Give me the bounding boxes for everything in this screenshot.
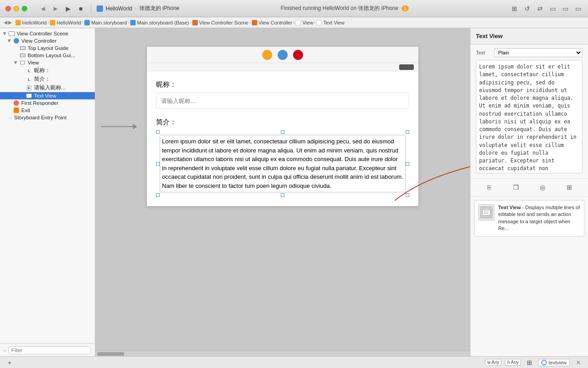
rp-icon-circle[interactable]: ◎	[538, 182, 548, 192]
responder-icon	[14, 100, 19, 106]
phone-toolbar	[147, 47, 418, 63]
scrollbar-thumb[interactable]	[97, 352, 124, 356]
sidebar-item-exit[interactable]: Exit	[0, 107, 95, 114]
rp-header: Text View	[470, 28, 588, 44]
layout1-icon[interactable]: ▭	[548, 4, 557, 13]
rp-title: Text View	[476, 33, 503, 39]
play-icon[interactable]: ▶	[64, 4, 73, 13]
entry-arrow	[101, 124, 137, 129]
bc-mainstoryboard-base[interactable]: Main.storyboard (Base)	[130, 20, 189, 25]
breadcrumb: ◀ ▶ HelloWorld › HelloWorld › Main.story…	[0, 17, 588, 28]
layout3-icon[interactable]: ▭	[573, 4, 583, 13]
warning-badge: 1	[402, 5, 409, 11]
handle-ml-wrapper	[156, 135, 160, 192]
sidebar-item-textview[interactable]: Text View	[0, 92, 95, 99]
status-bar-left: +	[5, 358, 15, 368]
link-icon[interactable]: ⇄	[535, 4, 544, 13]
sidebar-item-entry-point[interactable]: → Storyboard Entry Point	[0, 114, 95, 121]
canvas-scrollbar-h[interactable]	[95, 351, 470, 356]
handles-top	[156, 130, 409, 134]
handle-tl[interactable]	[156, 130, 160, 134]
desc-title: Text View	[498, 205, 521, 210]
handle-tr[interactable]	[406, 130, 409, 134]
size-any-w[interactable]: w Any	[485, 359, 501, 366]
handle-ml[interactable]	[156, 162, 160, 166]
rp-icon-grid[interactable]: ⊞	[564, 182, 574, 192]
view-icon	[20, 61, 25, 64]
sidebar-item-vc-scene[interactable]: ▶ View Controller Scene	[0, 30, 95, 37]
desc-text: Text View - Displays multiple lines of e…	[498, 204, 580, 232]
bc-textview[interactable]: Text View	[316, 20, 344, 25]
sidebar-item-vc[interactable]: ▶ View Controller	[0, 37, 95, 44]
status-textview-label[interactable]: textview	[538, 359, 570, 366]
arrow-vc-scene: ▶	[3, 30, 7, 37]
status-close-icon[interactable]: ✕	[573, 358, 583, 368]
sidebar-item-top-layout[interactable]: Top Layout Guide	[0, 44, 95, 52]
scene-icon	[9, 31, 15, 36]
close-button[interactable]	[5, 6, 11, 11]
intro-label: 简介：	[156, 118, 409, 127]
minimize-button[interactable]	[14, 6, 19, 11]
sidebar-item-first-responder[interactable]: First Responder	[0, 99, 95, 107]
bc-storyboard2-icon	[130, 20, 136, 25]
canvas-area: 昵称： 简介：	[95, 28, 470, 356]
traffic-lights	[5, 6, 27, 11]
status-bar-right: w Any h Any ⊞ textview ✕	[485, 358, 583, 368]
rp-text-select[interactable]: Plain	[494, 48, 583, 57]
bc-vc-scene[interactable]: View Controller Scene	[192, 20, 249, 25]
rp-text-row: Text Plain	[476, 48, 583, 57]
bc-vc[interactable]: View Controller	[252, 20, 292, 25]
bc-mainstoryboard[interactable]: Main.storyboard	[84, 20, 127, 25]
nickname-label: 昵称：	[156, 80, 409, 89]
bc-helloworld1[interactable]: HelloWorld	[15, 20, 47, 25]
handles-bottom	[156, 193, 409, 197]
status-grid-icon[interactable]: ⊞	[524, 358, 534, 368]
titlebar-right: ⊞ ↺ ⇄ ▭ ▭ ▭	[510, 4, 583, 13]
project-name: HelloWorld	[106, 5, 132, 12]
main-area: ▶ View Controller Scene ▶ View Controlle…	[0, 28, 588, 356]
handle-br[interactable]	[406, 193, 409, 197]
bc-nav-right[interactable]: ▶	[8, 20, 12, 25]
rp-scrollable: Text Plain Lorem ipsum dolor sit er elit…	[470, 44, 588, 356]
handle-mr[interactable]	[406, 162, 409, 166]
app-icon	[97, 5, 103, 12]
sidebar-item-nickname[interactable]: L 昵称：	[0, 66, 95, 75]
bc-storyboard-icon	[84, 20, 90, 25]
bc-nav-left[interactable]: ◀	[4, 20, 7, 25]
bc-helloworld2[interactable]: HelloWorld	[50, 20, 81, 25]
toolbar-blue-dot	[278, 50, 288, 60]
vc-icon	[14, 38, 19, 44]
sidebar-item-bottom-layout[interactable]: Bottom Layout Gui...	[0, 52, 95, 59]
size-any-h[interactable]: h Any	[505, 359, 521, 366]
rp-text-select-wrapper[interactable]: Plain	[494, 48, 583, 57]
rp-text-content[interactable]: Lorem ipsum dolor sit er elit lamet, con…	[476, 60, 583, 173]
back-icon[interactable]: ◀	[38, 4, 47, 13]
battery-icon	[399, 64, 414, 70]
rp-icon-doc[interactable]: ⎘	[484, 182, 494, 192]
textview-content[interactable]: Lorem ipsum dolor sit er elit lamet, con…	[160, 135, 406, 192]
nickname-input[interactable]	[156, 93, 409, 109]
status-add-icon[interactable]: +	[5, 358, 15, 368]
sidebar-item-view[interactable]: ▶ View	[0, 59, 95, 66]
sidebar-tree: ▶ View Controller Scene ▶ View Controlle…	[0, 28, 95, 343]
handle-bm[interactable]	[281, 193, 284, 197]
rp-icon-row: ⎘ ❐ ◎ ⊞	[470, 179, 588, 196]
chevron-icon: ›	[135, 6, 136, 11]
forward-icon[interactable]: ▶	[51, 4, 60, 13]
bc-view[interactable]: View	[295, 20, 313, 25]
canvas-scroll[interactable]: 昵称： 简介：	[95, 28, 470, 351]
rp-icon-copy[interactable]: ❐	[511, 182, 521, 192]
textfield-icon: F	[27, 85, 31, 91]
handle-tm[interactable]	[281, 130, 284, 134]
stop-icon[interactable]: ■	[76, 4, 85, 13]
line3	[484, 213, 489, 214]
maximize-button[interactable]	[22, 6, 27, 11]
grid-icon[interactable]: ⊞	[510, 4, 519, 13]
layout2-icon[interactable]: ▭	[561, 4, 570, 13]
refresh-icon[interactable]: ↺	[523, 4, 532, 13]
filter-input[interactable]	[8, 346, 91, 354]
handle-bl[interactable]	[156, 193, 160, 197]
sidebar-item-intro[interactable]: L 简介：	[0, 75, 95, 83]
sidebar-item-input[interactable]: F 请输入昵称...	[0, 83, 95, 92]
textview-thumb	[482, 209, 490, 216]
